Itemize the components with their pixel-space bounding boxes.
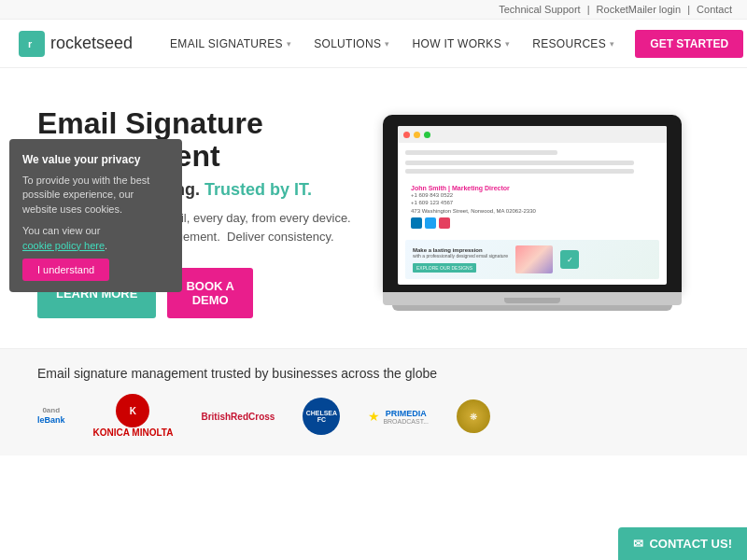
banner-image bbox=[515, 245, 553, 273]
hero-laptop-image: John Smith | Marketing Director +1 609 8… bbox=[355, 115, 710, 311]
brand-chelsea-fc: CHELSEAFC bbox=[303, 398, 340, 435]
chevron-down-icon: ▾ bbox=[385, 39, 389, 49]
hero-subtitle-colored: Trusted by IT. bbox=[204, 180, 312, 199]
trusted-section: Email signature management trusted by bu… bbox=[0, 348, 747, 455]
logo[interactable]: r rocketseed bbox=[19, 31, 133, 57]
brand-primedia: ★ PRIMEDIA BROADCAST... bbox=[368, 409, 429, 425]
sig-name: John Smith | Marketing Director bbox=[411, 185, 654, 191]
envelope-icon: ✉ bbox=[633, 537, 643, 551]
nav-email-signatures[interactable]: EMAIL SIGNATURES ▾ bbox=[161, 20, 301, 68]
cookie-understand-button[interactable]: I understand bbox=[22, 259, 109, 281]
banner-cta: EXPLORE OUR DESIGNS bbox=[413, 263, 476, 273]
rocketmailer-login-link[interactable]: RocketMailer login bbox=[597, 4, 681, 15]
cookie-title: We value your privacy bbox=[22, 152, 169, 168]
sig-phone1: +1 609 843 0522 +1 609 123 4567 473 Wash… bbox=[411, 191, 654, 215]
chevron-down-icon: ▾ bbox=[505, 39, 510, 49]
banner-sub: with a professionally designed email sig… bbox=[413, 253, 508, 259]
hero-section: Email Signature Management Loved by Mark… bbox=[0, 68, 747, 348]
nav-how-it-works[interactable]: HOW IT WORKS ▾ bbox=[403, 20, 520, 68]
technical-support-link[interactable]: Technical Support bbox=[499, 4, 580, 15]
brand-logo-row: 0andleBank K KONICA MINOLTA BritishRedCr… bbox=[37, 394, 710, 439]
brand-british-red-cross: BritishRedCross bbox=[201, 412, 275, 422]
cookie-consent-banner: We value your privacy To provide you wit… bbox=[9, 139, 182, 292]
logo-icon: r bbox=[19, 31, 45, 57]
main-nav: EMAIL SIGNATURES ▾ SOLUTIONS ▾ HOW IT WO… bbox=[161, 20, 747, 68]
trusted-title: Email signature management trusted by bu… bbox=[37, 366, 710, 381]
chevron-down-icon: ▾ bbox=[610, 39, 614, 49]
laptop-mockup: John Smith | Marketing Director +1 609 8… bbox=[383, 115, 682, 311]
header: r rocketseed EMAIL SIGNATURES ▾ SOLUTION… bbox=[0, 20, 747, 68]
utility-bar: Technical Support | RocketMailer login |… bbox=[0, 0, 747, 20]
brand-bank: 0andleBank bbox=[37, 406, 65, 427]
brand-ornate: ❋ bbox=[457, 399, 490, 433]
cookie-description: To provide you with the best possible ex… bbox=[22, 174, 169, 217]
brand-konica-minolta: K KONICA MINOLTA bbox=[93, 394, 174, 439]
get-started-button[interactable]: GET STARTED bbox=[635, 30, 743, 58]
svg-text:r: r bbox=[28, 38, 33, 49]
nav-solutions[interactable]: SOLUTIONS ▾ bbox=[304, 20, 399, 68]
nav-resources[interactable]: RESOURCES ▾ bbox=[523, 20, 624, 68]
contact-us-button[interactable]: ✉ CONTACT US! bbox=[618, 527, 747, 560]
contact-link[interactable]: Contact bbox=[697, 4, 732, 15]
chevron-down-icon: ▾ bbox=[287, 39, 291, 49]
cookie-policy-link[interactable]: cookie policy here bbox=[22, 240, 105, 251]
logo-text: rocketseed bbox=[50, 34, 133, 53]
